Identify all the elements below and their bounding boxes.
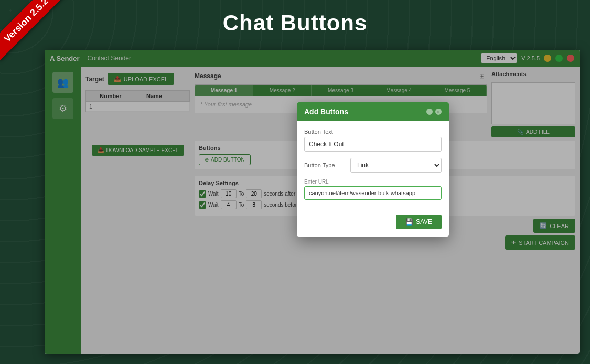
button-type-group: Button Type Link Phone Quick Reply bbox=[304, 158, 442, 173]
button-text-label: Button Text bbox=[304, 129, 442, 135]
modal-overlay: Add Buttons − × Button Text Button Type … bbox=[45, 50, 580, 354]
button-text-group: Button Text bbox=[304, 129, 442, 152]
modal-body: Button Text Button Type Link Phone Quick… bbox=[297, 121, 449, 215]
modal-minimize-button[interactable]: − bbox=[426, 109, 433, 115]
version-badge: Version 2.5.2 bbox=[0, 0, 79, 79]
modal-footer: 💾 SAVE bbox=[297, 215, 449, 237]
button-type-label: Button Type bbox=[304, 162, 346, 168]
version-text: Version 2.5.2 bbox=[0, 0, 67, 60]
url-label: Enter URL bbox=[304, 179, 442, 185]
save-button[interactable]: 💾 SAVE bbox=[396, 215, 442, 229]
url-group: Enter URL bbox=[304, 179, 442, 200]
url-input[interactable] bbox=[304, 186, 442, 200]
modal-window-buttons: − × bbox=[426, 109, 442, 115]
save-icon: 💾 bbox=[405, 218, 413, 226]
page-title: Chat Buttons bbox=[0, 10, 590, 36]
button-text-input[interactable] bbox=[304, 137, 442, 152]
modal-title: Add Buttons bbox=[304, 108, 348, 116]
modal-header: Add Buttons − × bbox=[297, 102, 449, 121]
button-type-select[interactable]: Link Phone Quick Reply bbox=[350, 158, 442, 173]
modal-close-button[interactable]: × bbox=[435, 109, 442, 115]
app-window: A Sender Contact Sender English V 2.5.5 … bbox=[45, 50, 580, 354]
add-buttons-modal: Add Buttons − × Button Text Button Type … bbox=[297, 102, 449, 237]
